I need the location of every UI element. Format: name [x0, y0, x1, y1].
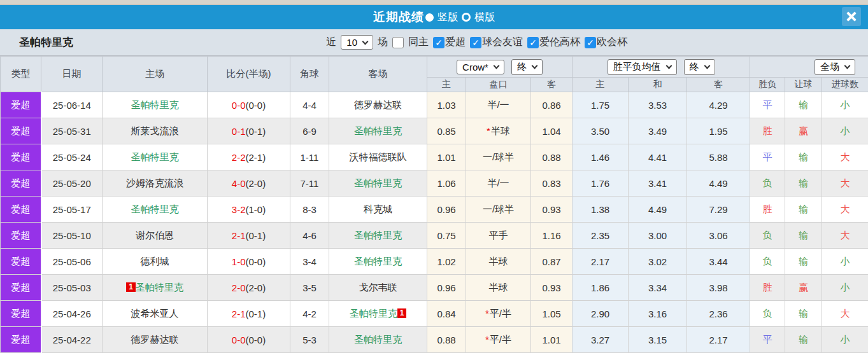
avg-draw-odds: 3.00 — [629, 223, 687, 249]
avg-home-odds: 2.17 — [573, 249, 629, 275]
avg-away-odds: 3.98 — [687, 275, 750, 301]
away-team: 圣帕特里克1 — [329, 301, 427, 327]
home-team: 圣帕特里克 — [103, 144, 208, 170]
away-team: 圣帕特里克 — [329, 327, 427, 353]
crow-away-odds: 0.93 — [531, 275, 573, 301]
league-checkbox-friendly[interactable]: ✓ — [470, 37, 481, 48]
match-date: 25-05-20 — [41, 170, 103, 197]
avg-time-select[interactable]: 终 — [684, 59, 715, 75]
crow-home-odds: 1.06 — [427, 170, 466, 197]
league-checkbox-conference[interactable]: ✓ — [585, 37, 596, 48]
crow-handicap: *平/半 — [466, 301, 531, 327]
horizontal-layout-label: 横版 — [474, 11, 495, 24]
near-label: 近 — [326, 36, 336, 49]
home-team: 谢尔伯恩 — [103, 223, 208, 249]
same-home-checkbox[interactable] — [392, 37, 404, 48]
result-handicap: 输 — [785, 197, 822, 223]
close-icon[interactable] — [842, 7, 861, 26]
crow-handicap: 平手 — [466, 223, 531, 249]
crow-away-odds: 1.05 — [531, 301, 573, 327]
score: 0-0(0-0) — [208, 327, 290, 353]
crow-away-odds: 1.16 — [531, 223, 573, 249]
crow-handicap: 半/一 — [466, 92, 531, 118]
score: 0-1(0-1) — [208, 118, 290, 144]
league-badge: 爱超 — [1, 170, 41, 197]
subheader-wdl: 胜负 — [750, 78, 785, 92]
match-date: 25-05-24 — [41, 144, 103, 170]
odds-time-select[interactable]: 终 — [511, 59, 543, 75]
score: 2-0(2-0) — [208, 275, 290, 301]
table-row: 爱超25-05-24圣帕特里克2-2(2-1)1-11沃特福德联队1.01一/球… — [1, 144, 868, 170]
avg-away-odds: 2.17 — [687, 327, 750, 353]
league-badge: 爱超 — [1, 197, 41, 223]
avg-odds-select[interactable]: 胜平负均值 — [608, 59, 677, 75]
avg-home-odds: 3.50 — [573, 118, 629, 144]
result-handicap: 赢 — [785, 118, 822, 144]
league-label-cup: 爱伦高杯 — [539, 36, 580, 49]
results-table: 类型 日期 主场 比分(半场) 角球 客场 Crow* 终 胜平负均值 终 — [0, 56, 868, 353]
league-badge: 爱超 — [1, 118, 41, 144]
chevron-down-icon — [493, 63, 499, 69]
fulltime-select[interactable]: 全场 — [815, 59, 855, 75]
result-goals: 大 — [822, 197, 868, 223]
subheader-avg-draw: 和 — [629, 78, 687, 92]
crow-handicap: *平/半 — [466, 327, 531, 353]
crow-home-odds: 0.96 — [427, 197, 466, 223]
header-date: 日期 — [41, 57, 103, 92]
match-date: 25-05-17 — [41, 197, 103, 223]
result-goals: 小 — [822, 327, 868, 353]
result-handicap: 输 — [785, 170, 822, 197]
vertical-layout-radio[interactable] — [425, 13, 434, 22]
home-team: 波希米亚人 — [103, 301, 208, 327]
result-handicap: 输 — [785, 249, 822, 275]
crow-away-odds: 0.93 — [531, 197, 573, 223]
result-wdl: 平 — [750, 92, 785, 118]
league-checkbox-aichao[interactable]: ✓ — [433, 37, 445, 48]
result-wdl: 胜 — [750, 197, 785, 223]
subheader-avg-away: 客 — [687, 78, 750, 92]
crow-home-odds: 0.96 — [427, 275, 466, 301]
corner-score: 3-5 — [290, 275, 329, 301]
crow-home-odds: 1.02 — [427, 249, 466, 275]
odds-company-group: Crow* 终 — [427, 57, 573, 78]
avg-away-odds: 3.44 — [687, 249, 750, 275]
league-label-conference: 欧会杯 — [597, 36, 627, 49]
corner-score: 6-9 — [290, 118, 329, 144]
match-date: 25-05-10 — [41, 223, 103, 249]
chevron-down-icon — [665, 63, 672, 69]
avg-home-odds: 3.27 — [573, 327, 629, 353]
crow-home-odds: 1.01 — [427, 144, 466, 170]
avg-draw-odds: 4.49 — [629, 197, 687, 223]
result-goals: 小 — [822, 249, 868, 275]
home-team: 圣帕特里克 — [103, 197, 208, 223]
avg-home-odds: 1.86 — [573, 275, 629, 301]
league-badge: 爱超 — [1, 327, 41, 353]
results-body: 爱超25-06-14圣帕特里克0-0(0-0)4-4德罗赫达联1.03半/一0.… — [1, 92, 868, 353]
avg-away-odds: 4.49 — [687, 170, 750, 197]
crow-home-odds: 0.75 — [427, 223, 466, 249]
subheader-crow-away: 客 — [531, 78, 573, 92]
crow-home-odds: 1.03 — [427, 92, 466, 118]
table-row: 爱超25-05-10谢尔伯恩2-1(0-1)4-6圣帕特里克0.75平手1.16… — [1, 223, 868, 249]
home-team: 德利城 — [103, 249, 208, 275]
avg-home-odds: 2.35 — [573, 223, 629, 249]
odds-company-select[interactable]: Crow* — [457, 60, 504, 74]
corner-score: 4-6 — [290, 223, 329, 249]
result-handicap: 输 — [785, 223, 822, 249]
league-checkbox-cup[interactable]: ✓ — [527, 37, 539, 48]
home-team: 德罗赫达联 — [103, 327, 208, 353]
score: 2-2(2-1) — [208, 144, 290, 170]
avg-away-odds: 5.88 — [687, 144, 750, 170]
avg-away-odds: 1.95 — [687, 118, 750, 144]
horizontal-layout-radio[interactable] — [462, 13, 471, 22]
subheader-handicap: 盘口 — [466, 78, 531, 92]
result-handicap: 赢 — [785, 275, 822, 301]
home-team: 圣帕特里克 — [103, 92, 208, 118]
avg-away-odds: 4.29 — [687, 92, 750, 118]
crow-away-odds: 0.86 — [531, 92, 573, 118]
result-handicap: 输 — [785, 144, 822, 170]
table-row: 爱超25-05-20沙姆洛克流浪4-0(2-0)7-11圣帕特里克1.06半/一… — [1, 170, 868, 197]
subheader-goals: 进球数 — [822, 78, 868, 92]
match-count-select[interactable]: 10 — [341, 35, 373, 50]
corner-score: 4-2 — [290, 301, 329, 327]
